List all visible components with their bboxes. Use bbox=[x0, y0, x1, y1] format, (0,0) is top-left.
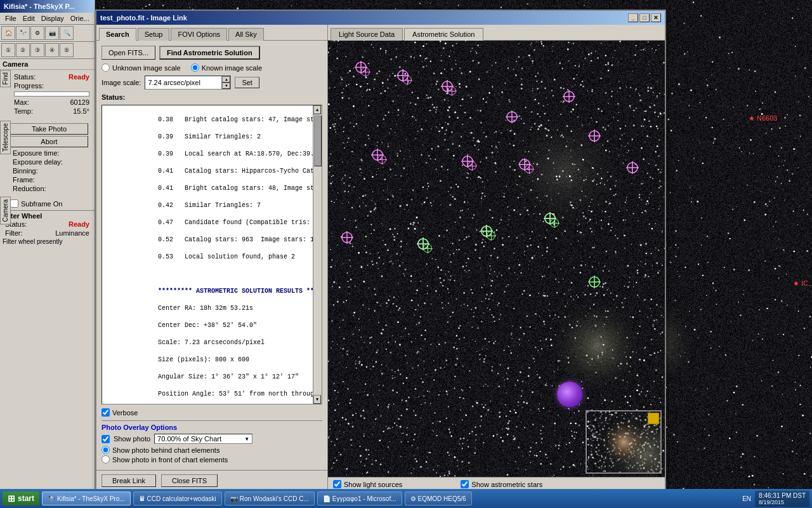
menu-edit[interactable]: Edit bbox=[20, 14, 37, 23]
show-photo-checkbox[interactable] bbox=[102, 435, 110, 443]
show-photo-label: Show photo bbox=[114, 435, 150, 443]
scroll-down-arrow[interactable]: ▼ bbox=[313, 395, 321, 404]
image-scale-value[interactable]: 7.24 arcsec/pixel bbox=[145, 76, 221, 89]
scroll-up-arrow[interactable]: ▲ bbox=[313, 105, 321, 114]
show-astrometric-stars-label[interactable]: Show astrometric stars bbox=[461, 480, 542, 488]
show-light-sources-checkbox[interactable] bbox=[333, 480, 341, 488]
tab-allsky[interactable]: All Sky bbox=[228, 28, 264, 41]
progress-bar bbox=[14, 91, 89, 97]
verbose-checkbox[interactable] bbox=[102, 408, 110, 417]
taskbar-item-eqmod-icon: ⚙ bbox=[410, 495, 416, 502]
vertical-scrollbar[interactable]: ▲ ▼ bbox=[313, 105, 322, 404]
hscroll-right-arrow[interactable]: ► bbox=[313, 404, 322, 405]
taskbar-item-eqmod-label: EQMOD HEQ5/6 bbox=[418, 495, 466, 502]
maximize-button[interactable]: □ bbox=[639, 13, 650, 22]
toolbar-btn-8[interactable]: ③ bbox=[30, 43, 44, 57]
frame-label: Frame: bbox=[13, 176, 35, 184]
star-marker-2 bbox=[403, 76, 412, 84]
image-scale-row: Image scale: 7.24 arcsec/pixel ▲ ▼ Set bbox=[102, 76, 322, 90]
menu-orie[interactable]: Orie... bbox=[68, 14, 92, 23]
inset-overlay bbox=[648, 413, 659, 424]
toolbar-btn-7[interactable]: ② bbox=[16, 43, 30, 57]
find-side-tab[interactable]: Find bbox=[0, 70, 11, 87]
taskbar-time: 8:46:31 PM DST bbox=[759, 492, 806, 499]
photo-scale-dropdown[interactable]: 70.00% of Sky Chart ▼ bbox=[154, 434, 252, 444]
taskbar-item-ron-label: Ron Wodaski's CCD C... bbox=[240, 495, 309, 502]
exposure-time-field: Exposure time: bbox=[10, 149, 93, 157]
menu-display[interactable]: Display bbox=[39, 14, 67, 23]
hscroll-left-arrow[interactable]: ◄ bbox=[102, 404, 111, 405]
photo-scale-arrow[interactable]: ▼ bbox=[244, 436, 249, 442]
taskbar-item-eqmod[interactable]: ⚙ EQMOD HEQ5/6 bbox=[405, 491, 472, 505]
status-field: Status: Ready bbox=[11, 72, 92, 81]
bottom-buttons: Break Link Close FITS bbox=[96, 470, 327, 491]
toolbar-btn-9[interactable]: ④ bbox=[45, 43, 59, 57]
status-text-area[interactable]: 0.38 Bright catalog stars: 47, Image sta… bbox=[102, 105, 322, 404]
taskbar-item-doc[interactable]: 📄 Εγγραφο1 - Microsof... bbox=[317, 491, 402, 505]
close-fits-button[interactable]: Close FITS bbox=[161, 474, 218, 487]
inset-image bbox=[586, 410, 662, 474]
exposure-time-label: Exposure time: bbox=[13, 149, 59, 157]
subframe-checkbox[interactable] bbox=[10, 199, 18, 208]
image-scale-label: Image scale: bbox=[102, 79, 141, 86]
left-menu-bar: File Edit Display Orie... bbox=[0, 13, 95, 25]
scale-up-arrow[interactable]: ▲ bbox=[222, 76, 230, 83]
reduction-field: Reduction: bbox=[10, 184, 93, 193]
toolbar-btn-1[interactable]: 🏠 bbox=[1, 26, 15, 40]
taskbar-item-kifisia[interactable]: 🔭 Kifisia* - TheSkyX Pro... bbox=[42, 491, 131, 505]
show-front-option[interactable]: Show photo in front of chart elements bbox=[102, 455, 322, 464]
set-button[interactable]: Set bbox=[235, 77, 259, 88]
tab-fovi[interactable]: FOVI Options bbox=[171, 28, 227, 41]
start-button[interactable]: ⊞ start bbox=[3, 491, 39, 505]
scroll-thumb[interactable] bbox=[314, 116, 322, 166]
max-field: Max: 60129 bbox=[11, 98, 92, 107]
status-label: Status: bbox=[14, 73, 36, 81]
toolbar-btn-5[interactable]: 🔍 bbox=[60, 26, 74, 40]
tab-search[interactable]: Search bbox=[99, 28, 136, 41]
minimize-button[interactable]: _ bbox=[628, 13, 638, 22]
toolbar-btn-6[interactable]: ① bbox=[1, 43, 15, 57]
show-behind-radio[interactable] bbox=[102, 446, 110, 454]
take-photo-button[interactable]: Take Photo bbox=[10, 123, 88, 135]
toolbar-btn-2[interactable]: 🔭 bbox=[16, 26, 30, 40]
main-window: test_photo.fit - Image Link _ □ ✕ Search… bbox=[95, 10, 666, 492]
max-label: Max: bbox=[14, 98, 29, 106]
left-toolbar-2: ① ② ③ ④ ⑤ bbox=[0, 42, 95, 59]
show-light-sources-label[interactable]: Show light sources bbox=[333, 480, 402, 488]
menu-file[interactable]: File bbox=[3, 14, 19, 23]
abort-button[interactable]: Abort bbox=[10, 136, 88, 147]
taskbar-item-ccd[interactable]: 🖩 CCD calculator+wodaski bbox=[133, 491, 222, 505]
toolbar-btn-4[interactable]: 📷 bbox=[45, 26, 59, 40]
find-astrometric-button[interactable]: Find Astrometric Solution bbox=[159, 46, 260, 60]
tab-astrometric[interactable]: Astrometric Solution bbox=[404, 28, 483, 41]
filter-field: Filter: Luminance bbox=[3, 229, 92, 237]
unknown-scale-radio[interactable] bbox=[102, 64, 110, 72]
image-display bbox=[328, 41, 665, 477]
status-label-text: Status: bbox=[102, 93, 322, 101]
taskbar-item-ccd-label: CCD calculator+wodaski bbox=[147, 495, 216, 502]
tab-light-source[interactable]: Light Source Data bbox=[331, 28, 403, 41]
known-scale-radio[interactable] bbox=[191, 64, 199, 72]
telescope-side-tab[interactable]: Telescope bbox=[0, 121, 11, 154]
star-marker-8 bbox=[550, 218, 559, 227]
toolbar-btn-10[interactable]: ⑤ bbox=[60, 43, 74, 57]
close-button[interactable]: ✕ bbox=[651, 13, 661, 22]
filter-label: Filter: bbox=[5, 229, 23, 237]
temp-label: Temp: bbox=[14, 107, 33, 115]
open-fits-button[interactable]: Open FITS... bbox=[102, 46, 155, 60]
show-behind-option[interactable]: Show photo behind chart elements bbox=[102, 446, 322, 454]
filter-value: Luminance bbox=[55, 229, 89, 237]
taskbar-item-kifisia-label: Kifisia* - TheSkyX Pro... bbox=[57, 495, 125, 502]
toolbar-btn-3[interactable]: ⚙ bbox=[30, 26, 44, 40]
filter-status-value: Ready bbox=[69, 220, 89, 228]
taskbar-item-ron[interactable]: 📷 Ron Wodaski's CCD C... bbox=[225, 491, 315, 505]
tab-setup[interactable]: Setup bbox=[138, 28, 170, 41]
show-astrometric-stars-checkbox[interactable] bbox=[461, 480, 469, 488]
camera-side-tab[interactable]: Camera bbox=[0, 197, 11, 225]
show-front-radio[interactable] bbox=[102, 455, 110, 464]
break-link-button[interactable]: Break Link bbox=[102, 474, 156, 487]
known-scale-label[interactable]: Known image scale bbox=[191, 64, 262, 72]
scale-down-arrow[interactable]: ▼ bbox=[222, 83, 230, 89]
unknown-scale-label[interactable]: Unknown image scale bbox=[102, 64, 181, 72]
verbose-label: Verbose bbox=[112, 409, 138, 417]
